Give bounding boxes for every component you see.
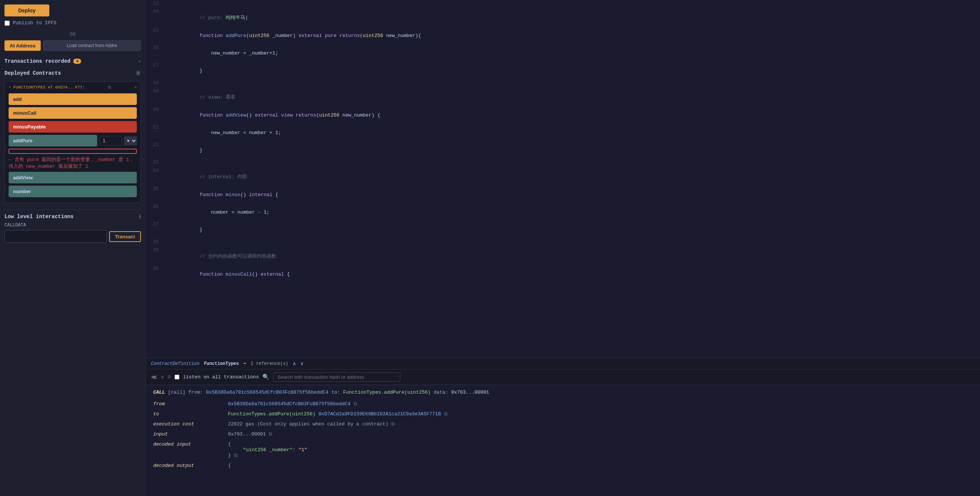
code-line: 15 function addPure(uint256 _number) ext… bbox=[146, 27, 980, 44]
low-level-section: Low level interactions ℹ CALLDATA Transa… bbox=[5, 209, 141, 243]
code-line: 16 new_number = _number+1; bbox=[146, 44, 980, 62]
transactions-badge: 4 bbox=[73, 59, 81, 64]
from-key: from bbox=[153, 399, 228, 409]
ref-nav-down-icon[interactable]: ∨ bbox=[301, 360, 304, 367]
addpure-input[interactable]: 1 bbox=[99, 136, 122, 146]
code-line: 13 bbox=[146, 0, 980, 8]
decoded-input-copy-icon[interactable]: ⧉ bbox=[234, 453, 237, 458]
minuspayable-function-button[interactable]: minusPayable bbox=[9, 121, 137, 133]
contract-item: ▾ FUNCTIONTYPES AT 0XD7A...F77: ⧉ ✕ add … bbox=[5, 81, 141, 203]
deployed-contracts-section: Deployed Contracts 🗑 bbox=[5, 68, 141, 78]
code-editor: 13 14 // pure: 纯纯牛马| 15 function addPure… bbox=[146, 0, 980, 358]
contract-header: ▾ FUNCTIONTYPES AT 0XD7A...F77: ⧉ ✕ bbox=[9, 85, 137, 90]
ref-count-label: 1 reference(s) bbox=[250, 361, 288, 366]
table-row: decoded input { "uint256 _number": "1" }… bbox=[153, 439, 972, 461]
table-row: from 0x5B38Da6a701c568545dCfcB03FcB875f5… bbox=[153, 399, 972, 409]
decoded-input-close: } bbox=[228, 453, 231, 458]
listen-all-label: listen on all transactions bbox=[183, 374, 259, 380]
table-row: execution cost 22022 gas (Cost only appl… bbox=[153, 419, 972, 429]
code-line: 24 // internal: 内部 bbox=[146, 167, 980, 186]
info-icon[interactable]: ℹ bbox=[139, 214, 141, 220]
deploy-button[interactable]: Deploy bbox=[5, 5, 49, 16]
input-copy-icon[interactable]: ⧉ bbox=[269, 431, 272, 437]
tx-data-label: data: bbox=[434, 390, 448, 395]
close-icon[interactable]: ✕ bbox=[134, 85, 137, 90]
trash-icon[interactable]: 🗑 bbox=[136, 70, 141, 76]
decoded-output-key: decoded output bbox=[153, 461, 228, 471]
tx-call-header: CALL [call] from: 0x5B38Da6a701c568545dC… bbox=[153, 390, 972, 395]
code-line: 20 function addView() external view retu… bbox=[146, 106, 980, 124]
chevron-down-icon: ▾ bbox=[138, 59, 141, 64]
code-line: 29 // 合约内的函数可以调用内部函数 bbox=[146, 247, 980, 266]
addpure-row: addPure 1 ▾ bbox=[9, 135, 137, 146]
copy-icon[interactable]: ⧉ bbox=[108, 85, 111, 90]
transactions-recorded-header[interactable]: Transactions recorded 4 ▾ bbox=[5, 56, 141, 67]
low-level-header: Low level interactions ℹ bbox=[5, 214, 141, 220]
input-val-cell: 0x703...00001 ⧉ bbox=[228, 429, 972, 439]
transact-button[interactable]: Transact bbox=[109, 231, 141, 242]
addpure-function-button[interactable]: addPure bbox=[9, 135, 97, 146]
decoded-input-param-val: "1" bbox=[298, 447, 307, 453]
transactions-recorded-label: Transactions recorded bbox=[5, 58, 70, 64]
tx-collapse-icon[interactable]: ≪ bbox=[151, 374, 158, 381]
address-row: At Address Load contract from Addre bbox=[5, 40, 141, 51]
to-copy-icon[interactable]: ⧉ bbox=[444, 411, 447, 417]
tx-search-input[interactable] bbox=[273, 372, 400, 382]
arrow-icon: ➦ bbox=[243, 361, 246, 366]
minuscall-function-button[interactable]: minusCall bbox=[9, 107, 137, 119]
tx-call-type: [call] bbox=[168, 390, 185, 395]
tx-data-val: 0x703...00001 bbox=[451, 390, 489, 395]
from-val-addr: 0x5B38Da6a701c568545dCfcB03FcB875f56bedd… bbox=[228, 401, 351, 407]
from-val-cell: 0x5B38Da6a701c568545dCfcB03FcB875f56bedd… bbox=[228, 399, 972, 409]
addview-function-button[interactable]: addView bbox=[9, 172, 137, 183]
tx-from-label: from: bbox=[188, 390, 203, 395]
annotation-container: ← 含有 pure 返回的是一个新的变量，_number 是 1，传入的 new… bbox=[9, 149, 137, 170]
code-line: 27 } bbox=[146, 221, 980, 239]
table-row: input 0x703...00001 ⧉ bbox=[153, 429, 972, 439]
code-line: 17 } bbox=[146, 62, 980, 79]
addpure-dropdown[interactable]: ▾ bbox=[124, 136, 137, 145]
code-line: 23 bbox=[146, 159, 980, 167]
input-key: input bbox=[153, 429, 228, 439]
ref-nav-up-icon[interactable]: ∧ bbox=[293, 360, 296, 367]
at-address-button[interactable]: At Address bbox=[5, 40, 41, 51]
code-line: 18 bbox=[146, 79, 980, 88]
table-row: decoded output { bbox=[153, 461, 972, 471]
tx-detail-table: from 0x5B38Da6a701c568545dCfcB03FcB875f5… bbox=[153, 399, 972, 471]
table-row: to FunctionTypes.addPure(uint256) 0xD7AC… bbox=[153, 409, 972, 419]
sidebar: Deploy Publish to IPFS OR At Address Loa… bbox=[0, 0, 146, 496]
code-line: 22 } bbox=[146, 141, 980, 159]
result-box bbox=[9, 149, 137, 154]
search-icon[interactable]: 🔍 bbox=[262, 374, 269, 380]
exec-cost-val: 22022 gas (Cost only applies when called… bbox=[228, 421, 388, 427]
listen-all-transactions-checkbox[interactable] bbox=[175, 375, 180, 379]
input-val: 0x703...00001 bbox=[228, 431, 266, 437]
code-line: 21 new_number = number + 1; bbox=[146, 124, 980, 141]
tx-count: 0 bbox=[168, 374, 171, 380]
to-val-contract: FunctionTypes.addPure(uint256) bbox=[228, 411, 315, 417]
number-function-button[interactable]: number bbox=[9, 185, 137, 197]
contract-chevron-icon: ▾ bbox=[9, 85, 11, 90]
contract-ref-label: ContractDefinition bbox=[151, 361, 200, 366]
tx-from-addr: 0x5B38Da6a701c568545dCfcB03FcB875f56bedd… bbox=[206, 390, 329, 395]
tx-content: CALL [call] from: 0x5B38Da6a701c568545dC… bbox=[146, 385, 980, 496]
add-function-button[interactable]: add bbox=[9, 93, 137, 105]
publish-ipfs-label: Publish to IPFS bbox=[13, 20, 56, 26]
or-divider: OR bbox=[5, 32, 141, 37]
exec-cost-val-cell: 22022 gas (Cost only applies when called… bbox=[228, 419, 972, 429]
load-contract-button[interactable]: Load contract from Addre bbox=[43, 40, 141, 51]
exec-cost-copy-icon[interactable]: ⧉ bbox=[391, 421, 395, 427]
to-val-cell: FunctionTypes.addPure(uint256) 0xD7ACd2a… bbox=[228, 409, 972, 419]
tx-to-label: to: bbox=[331, 390, 340, 395]
publish-ipfs-checkbox[interactable] bbox=[5, 21, 10, 26]
from-copy-icon[interactable]: ⧉ bbox=[353, 401, 357, 407]
code-line: 25 function minus() internal { bbox=[146, 186, 980, 204]
decoded-input-key: decoded input bbox=[153, 439, 228, 461]
calldata-input[interactable] bbox=[5, 230, 107, 243]
code-line: 30 function minusCall() external { bbox=[146, 266, 980, 283]
decoded-input-param-key: "uint256 _number": bbox=[235, 447, 295, 453]
to-val-addr: 0xD7ACd2a9FD159E69Bb102A1ca21C9a3e3A5F77… bbox=[318, 411, 441, 417]
code-line: 14 // pure: 纯纯牛马| bbox=[146, 8, 980, 27]
tx-to-contract: FunctionTypes.addPure(uint256) bbox=[343, 390, 431, 395]
tx-call-label: CALL bbox=[153, 390, 165, 395]
